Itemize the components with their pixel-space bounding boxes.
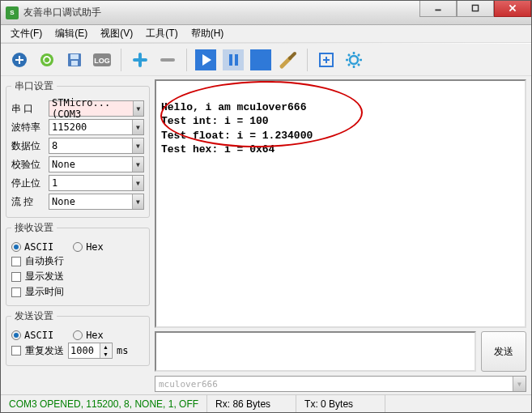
svg-rect-12 [223,49,244,70]
menu-edit[interactable]: 编辑(E) [49,25,94,42]
flow-label: 流 控 [11,195,45,209]
svg-line-22 [348,54,350,56]
new-session-button[interactable] [7,48,32,72]
baud-combo[interactable]: 115200▼ [49,119,144,135]
auto-wrap-checkbox[interactable] [11,257,21,266]
svg-rect-7 [70,54,79,59]
svg-line-23 [358,64,360,66]
chevron-down-icon: ▼ [132,120,143,134]
clear-button[interactable] [276,48,300,72]
right-panel: Hello, i am mculover666 Test int: i = 10… [155,79,526,393]
status-tx: Tx: 0 Bytes [296,395,385,412]
interval-spinner[interactable]: ▲▼ [68,343,113,359]
send-settings-legend: 发送设置 [11,309,57,323]
menu-view[interactable]: 视图(V) [94,25,139,42]
svg-text:LOG: LOG [94,57,110,65]
databits-label: 数据位 [11,139,45,153]
log-button[interactable]: LOG [90,48,114,72]
send-hex-radio[interactable] [73,330,83,340]
recv-settings-legend: 接收设置 [11,221,57,235]
port-label: 串 口 [11,102,45,116]
recv-hex-label: Hex [86,241,104,253]
svg-line-25 [348,64,350,66]
svg-point-5 [40,53,53,66]
recv-hex-radio[interactable] [73,242,83,252]
app-icon: S [6,6,19,19]
menu-tools[interactable]: 工具(T) [139,25,184,42]
svg-rect-1 [472,5,478,11]
send-textarea[interactable] [155,331,476,372]
status-connection: COM3 OPENED, 115200, 8, NONE, 1, OFF [1,395,207,412]
menu-file[interactable]: 文件(F) [4,25,49,42]
pause-button[interactable] [221,48,245,72]
stopbits-combo[interactable]: 1▼ [49,175,144,191]
minimize-button[interactable] [419,1,457,17]
output-line: Test float: i = 1.234000 [161,130,313,142]
output-line: Hello, i am mculover666 [161,101,306,113]
left-panel: 串口设置 串 口 STMicro...(COM3▼ 波特率 115200▼ 数据… [6,79,150,393]
close-button[interactable] [494,1,531,17]
parity-label: 校验位 [11,158,45,172]
send-ascii-label: ASCII [24,330,53,341]
settings-button[interactable] [342,48,366,72]
menu-help[interactable]: 帮助(H) [185,25,231,42]
save-button[interactable] [62,48,87,72]
svg-rect-14 [235,54,238,66]
auto-wrap-label: 自动换行 [25,254,64,268]
add-button[interactable] [128,48,152,72]
play-button[interactable] [194,48,218,72]
repeat-send-label: 重复发送 [25,344,64,358]
databits-combo[interactable]: 8▼ [49,138,144,154]
interval-input[interactable] [69,343,100,358]
port-value: STMicro...(COM3 [52,97,133,120]
svg-point-17 [350,56,358,64]
send-settings-group: 发送设置 ASCII Hex 重复发送 ▲▼ ms [6,309,150,366]
svg-rect-13 [229,54,232,66]
toolbar: LOG [1,44,531,76]
stopbits-label: 停止位 [11,177,45,190]
statusbar: COM3 OPENED, 115200, 8, NONE, 1, OFF Rx:… [1,394,531,412]
svg-rect-15 [250,49,271,70]
output-line: Test int: i = 100 [161,115,269,127]
show-time-label: 显示时间 [25,285,64,299]
chevron-down-icon: ▼ [132,157,143,172]
output-line: Test hex: i = 0x64 [161,143,275,155]
chevron-down-icon: ▼ [132,138,143,153]
window-title: 友善串口调试助手 [23,6,101,19]
status-rx: Rx: 86 Bytes [207,395,296,412]
port-combo[interactable]: STMicro...(COM3▼ [49,100,144,117]
send-history-combo[interactable]: mculover666 ▼ [155,376,526,392]
spin-down-icon[interactable]: ▼ [100,351,111,358]
output-textarea[interactable]: Hello, i am mculover666 Test int: i = 10… [155,79,526,328]
send-button[interactable]: 发送 [481,331,526,372]
recv-ascii-label: ASCII [24,241,53,253]
window-button[interactable] [314,48,338,72]
maximize-button[interactable] [457,1,494,17]
parity-value: None [52,159,75,170]
spin-up-icon[interactable]: ▲ [100,343,111,351]
status-spacer [385,395,531,412]
show-send-checkbox[interactable] [11,272,21,282]
titlebar: S 友善串口调试助手 [1,1,531,25]
show-send-label: 显示发送 [25,270,64,283]
main-area: 串口设置 串 口 STMicro...(COM3▼ 波特率 115200▼ 数据… [1,76,531,394]
baud-label: 波特率 [11,121,45,134]
parity-combo[interactable]: None▼ [49,156,144,172]
flow-value: None [52,196,75,207]
recv-ascii-radio[interactable] [11,242,21,252]
stop-button[interactable] [249,48,273,72]
chevron-down-icon: ▼ [513,377,526,391]
send-ascii-radio[interactable] [11,330,21,340]
chevron-down-icon: ▼ [132,194,143,209]
remove-button[interactable] [155,48,180,72]
repeat-send-checkbox[interactable] [11,346,21,356]
send-history-text: mculover666 [159,379,218,390]
refresh-button[interactable] [35,48,59,72]
svg-line-24 [358,54,360,56]
baud-value: 115200 [52,121,87,133]
show-time-checkbox[interactable] [11,287,21,297]
stopbits-value: 1 [52,177,57,189]
flow-combo[interactable]: None▼ [49,194,144,210]
menubar: 文件(F) 编辑(E) 视图(V) 工具(T) 帮助(H) [1,25,531,43]
serial-settings-group: 串口设置 串 口 STMicro...(COM3▼ 波特率 115200▼ 数据… [6,79,150,218]
